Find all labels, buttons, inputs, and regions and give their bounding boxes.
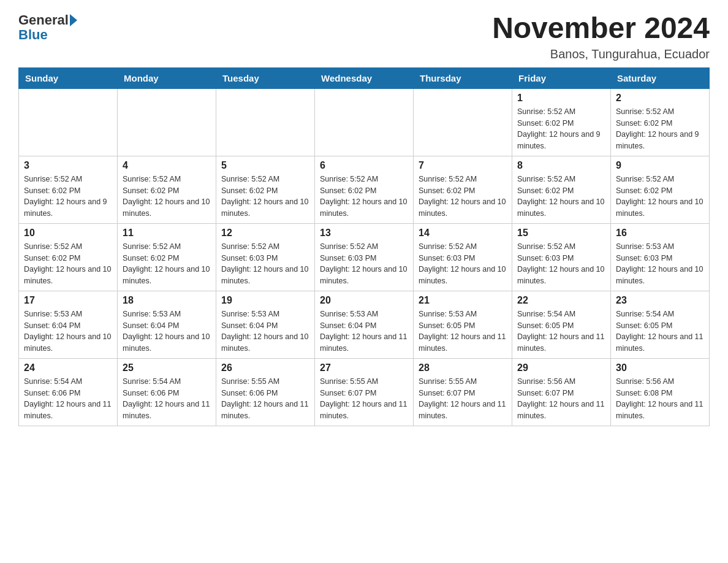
day-number: 3 (24, 160, 112, 171)
header-row: SundayMondayTuesdayWednesdayThursdayFrid… (19, 67, 710, 88)
day-info: Sunrise: 5:52 AM Sunset: 6:02 PM Dayligh… (517, 174, 605, 220)
column-header-monday: Monday (118, 67, 216, 88)
week-row-5: 24Sunrise: 5:54 AM Sunset: 6:06 PM Dayli… (19, 358, 710, 426)
calendar-cell: 30Sunrise: 5:56 AM Sunset: 6:08 PM Dayli… (611, 358, 710, 426)
day-info: Sunrise: 5:52 AM Sunset: 6:02 PM Dayligh… (123, 174, 211, 220)
calendar-cell: 23Sunrise: 5:54 AM Sunset: 6:05 PM Dayli… (611, 291, 710, 358)
day-info: Sunrise: 5:54 AM Sunset: 6:05 PM Dayligh… (616, 308, 704, 354)
day-info: Sunrise: 5:53 AM Sunset: 6:04 PM Dayligh… (123, 308, 211, 354)
calendar-cell: 8Sunrise: 5:52 AM Sunset: 6:02 PM Daylig… (512, 156, 611, 223)
day-number: 13 (320, 228, 408, 239)
calendar-cell: 22Sunrise: 5:54 AM Sunset: 6:05 PM Dayli… (512, 291, 611, 358)
calendar-cell: 1Sunrise: 5:52 AM Sunset: 6:02 PM Daylig… (512, 88, 611, 156)
day-number: 17 (24, 295, 112, 306)
day-info: Sunrise: 5:53 AM Sunset: 6:04 PM Dayligh… (221, 308, 309, 354)
column-header-wednesday: Wednesday (315, 67, 414, 88)
day-number: 30 (616, 362, 704, 373)
day-info: Sunrise: 5:52 AM Sunset: 6:02 PM Dayligh… (616, 106, 704, 152)
calendar-cell (118, 88, 216, 156)
calendar-cell: 21Sunrise: 5:53 AM Sunset: 6:05 PM Dayli… (414, 291, 512, 358)
calendar-table: SundayMondayTuesdayWednesdayThursdayFrid… (18, 67, 710, 426)
day-number: 16 (616, 228, 704, 239)
calendar-cell (19, 88, 118, 156)
calendar-cell: 13Sunrise: 5:52 AM Sunset: 6:03 PM Dayli… (315, 223, 414, 291)
logo-general-text: General (18, 12, 69, 28)
day-info: Sunrise: 5:54 AM Sunset: 6:06 PM Dayligh… (24, 376, 112, 422)
location-subtitle: Banos, Tungurahua, Ecuador (492, 47, 710, 61)
column-header-thursday: Thursday (414, 67, 512, 88)
calendar-cell: 3Sunrise: 5:52 AM Sunset: 6:02 PM Daylig… (19, 156, 118, 223)
column-header-saturday: Saturday (611, 67, 710, 88)
day-number: 7 (419, 160, 507, 171)
calendar-cell (315, 88, 414, 156)
day-number: 1 (517, 93, 605, 104)
day-number: 21 (419, 295, 507, 306)
day-number: 11 (123, 228, 211, 239)
day-number: 19 (221, 295, 309, 306)
day-number: 4 (123, 160, 211, 171)
day-info: Sunrise: 5:52 AM Sunset: 6:02 PM Dayligh… (221, 174, 309, 220)
day-info: Sunrise: 5:52 AM Sunset: 6:02 PM Dayligh… (616, 174, 704, 220)
day-info: Sunrise: 5:54 AM Sunset: 6:06 PM Dayligh… (123, 376, 211, 422)
day-number: 20 (320, 295, 408, 306)
calendar-cell: 7Sunrise: 5:52 AM Sunset: 6:02 PM Daylig… (414, 156, 512, 223)
calendar-cell: 19Sunrise: 5:53 AM Sunset: 6:04 PM Dayli… (216, 291, 315, 358)
day-number: 5 (221, 160, 309, 171)
column-header-friday: Friday (512, 67, 611, 88)
calendar-cell: 4Sunrise: 5:52 AM Sunset: 6:02 PM Daylig… (118, 156, 216, 223)
calendar-cell: 2Sunrise: 5:52 AM Sunset: 6:02 PM Daylig… (611, 88, 710, 156)
column-header-sunday: Sunday (19, 67, 118, 88)
day-info: Sunrise: 5:53 AM Sunset: 6:04 PM Dayligh… (320, 308, 408, 354)
logo-blue-text: Blue (18, 27, 48, 43)
day-number: 14 (419, 228, 507, 239)
day-info: Sunrise: 5:53 AM Sunset: 6:04 PM Dayligh… (24, 308, 112, 354)
day-info: Sunrise: 5:52 AM Sunset: 6:02 PM Dayligh… (123, 241, 211, 287)
calendar-cell (414, 88, 512, 156)
calendar-cell: 25Sunrise: 5:54 AM Sunset: 6:06 PM Dayli… (118, 358, 216, 426)
day-number: 2 (616, 93, 704, 104)
calendar-cell: 20Sunrise: 5:53 AM Sunset: 6:04 PM Dayli… (315, 291, 414, 358)
day-info: Sunrise: 5:52 AM Sunset: 6:02 PM Dayligh… (517, 106, 605, 152)
calendar-cell: 16Sunrise: 5:53 AM Sunset: 6:03 PM Dayli… (611, 223, 710, 291)
calendar-cell: 11Sunrise: 5:52 AM Sunset: 6:02 PM Dayli… (118, 223, 216, 291)
calendar-cell (216, 88, 315, 156)
day-number: 12 (221, 228, 309, 239)
day-info: Sunrise: 5:52 AM Sunset: 6:02 PM Dayligh… (320, 174, 408, 220)
day-number: 9 (616, 160, 704, 171)
calendar-cell: 24Sunrise: 5:54 AM Sunset: 6:06 PM Dayli… (19, 358, 118, 426)
day-number: 6 (320, 160, 408, 171)
calendar-cell: 17Sunrise: 5:53 AM Sunset: 6:04 PM Dayli… (19, 291, 118, 358)
day-info: Sunrise: 5:52 AM Sunset: 6:03 PM Dayligh… (221, 241, 309, 287)
day-number: 15 (517, 228, 605, 239)
calendar-cell: 26Sunrise: 5:55 AM Sunset: 6:06 PM Dayli… (216, 358, 315, 426)
day-info: Sunrise: 5:53 AM Sunset: 6:05 PM Dayligh… (419, 308, 507, 354)
week-row-4: 17Sunrise: 5:53 AM Sunset: 6:04 PM Dayli… (19, 291, 710, 358)
calendar-cell: 29Sunrise: 5:56 AM Sunset: 6:07 PM Dayli… (512, 358, 611, 426)
day-number: 28 (419, 362, 507, 373)
title-area: November 2024 Banos, Tungurahua, Ecuador (492, 12, 710, 61)
day-info: Sunrise: 5:52 AM Sunset: 6:03 PM Dayligh… (419, 241, 507, 287)
week-row-2: 3Sunrise: 5:52 AM Sunset: 6:02 PM Daylig… (19, 156, 710, 223)
calendar-cell: 12Sunrise: 5:52 AM Sunset: 6:03 PM Dayli… (216, 223, 315, 291)
calendar-cell: 14Sunrise: 5:52 AM Sunset: 6:03 PM Dayli… (414, 223, 512, 291)
day-number: 22 (517, 295, 605, 306)
page-title: November 2024 (492, 12, 710, 45)
day-number: 29 (517, 362, 605, 373)
page-header: General Blue November 2024 Banos, Tungur… (18, 12, 710, 61)
calendar-cell: 18Sunrise: 5:53 AM Sunset: 6:04 PM Dayli… (118, 291, 216, 358)
day-number: 18 (123, 295, 211, 306)
calendar-header: SundayMondayTuesdayWednesdayThursdayFrid… (19, 67, 710, 88)
day-number: 26 (221, 362, 309, 373)
week-row-3: 10Sunrise: 5:52 AM Sunset: 6:02 PM Dayli… (19, 223, 710, 291)
day-info: Sunrise: 5:52 AM Sunset: 6:02 PM Dayligh… (24, 174, 112, 220)
day-info: Sunrise: 5:56 AM Sunset: 6:07 PM Dayligh… (517, 376, 605, 422)
logo: General Blue (18, 12, 77, 43)
logo-arrow-icon (70, 14, 77, 26)
column-header-tuesday: Tuesday (216, 67, 315, 88)
day-number: 23 (616, 295, 704, 306)
day-info: Sunrise: 5:52 AM Sunset: 6:02 PM Dayligh… (24, 241, 112, 287)
calendar-cell: 6Sunrise: 5:52 AM Sunset: 6:02 PM Daylig… (315, 156, 414, 223)
calendar-cell: 9Sunrise: 5:52 AM Sunset: 6:02 PM Daylig… (611, 156, 710, 223)
calendar-cell: 10Sunrise: 5:52 AM Sunset: 6:02 PM Dayli… (19, 223, 118, 291)
day-info: Sunrise: 5:52 AM Sunset: 6:02 PM Dayligh… (419, 174, 507, 220)
